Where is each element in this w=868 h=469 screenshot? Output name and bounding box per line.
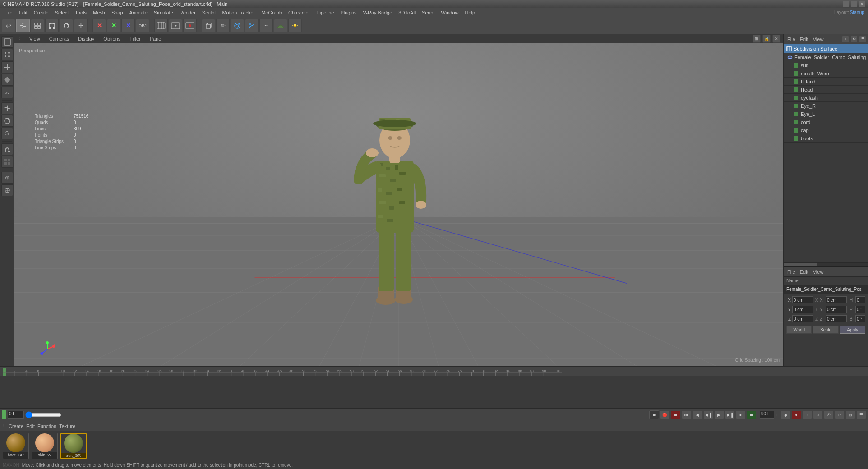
tool-cube[interactable] [202,19,215,32]
rp-list-btn[interactable]: ☰ [859,36,866,43]
mat-edit-menu[interactable]: Edit [26,423,35,429]
menu-character[interactable]: Character [286,9,313,16]
z-rotation-field[interactable]: 0 cm [826,315,847,322]
menu-3dtoall[interactable]: 3DToAll [396,9,418,16]
sidebar-axis[interactable]: ⊕ [1,172,13,184]
mat-create-menu[interactable]: Create [9,423,23,429]
y-size-field[interactable]: 0 ° [855,306,865,313]
obj-eye-r[interactable]: Eye_R [784,102,868,110]
menu-pipeline[interactable]: Pipeline [314,9,337,16]
viewport-menu-view[interactable]: View [28,36,42,42]
obj-mouth[interactable]: mouth_Worn [784,69,868,78]
tool-spline[interactable]: ~ [259,19,273,32]
apply-button[interactable]: Apply [840,326,865,334]
rp-edit-menu[interactable]: Edit [798,37,810,42]
tool-y-mode[interactable]: ✕ [107,19,120,32]
tool-x-mode[interactable]: ✕ [92,19,106,32]
menu-motion-tracker[interactable]: Motion Tracker [219,9,258,16]
menu-file[interactable]: File [2,9,15,16]
btn-stop-green[interactable]: ⏹ [747,410,757,419]
viewport-menu-display[interactable]: Display [76,36,96,42]
menu-mograph[interactable]: MoGraph [259,9,285,16]
menu-snap[interactable]: Snap [109,9,126,16]
tool-pen[interactable]: ✏ [216,19,230,32]
x-rotation-field[interactable]: 0 cm [826,296,847,303]
rp-expand-btn[interactable]: + [842,36,849,43]
rpb-view-menu[interactable]: View [811,269,826,275]
tool-z-mode[interactable]: ✕ [121,19,135,32]
x-position-field[interactable]: 0 cm [792,296,813,303]
menu-sculpt[interactable]: Sculpt [199,9,219,16]
tool-transform[interactable]: ✛ [74,19,88,32]
sidebar-select-tool[interactable]: S [1,128,13,139]
obj-boots[interactable]: boots [784,134,868,143]
sidebar-rotate-obj[interactable] [1,115,13,127]
body-list-btn[interactable]: ☰ [856,410,866,419]
mat-texture-menu[interactable]: Texture [59,423,75,429]
mat-function-menu[interactable]: Function [37,423,56,429]
restore-btn[interactable]: □ [851,1,857,7]
obj-lhand[interactable]: LHand [784,78,868,86]
material-skin[interactable]: skin_W [32,433,58,459]
tool-scale[interactable] [45,19,59,32]
rp-scrollbar-thumb[interactable] [784,263,817,266]
menu-mesh[interactable]: Mesh [90,9,108,16]
tool-light[interactable] [288,19,302,32]
menu-script[interactable]: Script [419,9,437,16]
rp-view-menu[interactable]: View [811,37,826,42]
viewport-menu-options[interactable]: Options [102,36,122,42]
tool-undo[interactable]: ↩ [2,19,15,32]
viewport-expand[interactable]: ⊞ [753,35,761,43]
viewport-menu-filter[interactable]: Filter [128,36,142,42]
object-tree[interactable]: Female_Soldier_Camo_Saluting_Po suit mou… [784,53,868,262]
viewport-menu-panel[interactable]: Panel [148,36,164,42]
tool-obj-mode[interactable]: OBJ [136,19,149,32]
close-btn[interactable]: ✕ [859,1,865,7]
end-frame-input[interactable]: 90 F [760,411,774,419]
viewport-close[interactable]: ✕ [772,35,780,43]
menu-animate[interactable]: Animate [127,9,150,16]
btn-play-fwd[interactable]: ▶ [714,410,724,419]
menu-select[interactable]: Select [52,9,72,16]
menu-edit[interactable]: Edit [16,9,30,16]
minimize-btn[interactable]: _ [843,1,849,7]
obj-cap[interactable]: cap [784,126,868,134]
viewport-menu-cameras[interactable]: Cameras [47,36,71,42]
motion-path-btn[interactable]: ☉ [824,410,834,419]
current-frame-input[interactable]: 0 F [8,411,24,419]
btn-go-end[interactable]: ⏭ [736,410,746,419]
sidebar-poly-group[interactable] [1,156,13,168]
btn-step-fwd[interactable]: ▶▐ [725,410,735,419]
btn-preview[interactable]: 🔴 [660,410,670,419]
btn-play-back[interactable]: ◀▐ [703,410,713,419]
tool-deformer[interactable] [245,19,259,32]
anim-settings-btn[interactable]: ? [802,410,812,419]
sidebar-polys-mode[interactable] [1,74,13,86]
obj-eye-l[interactable]: Eye_L [784,110,868,118]
tool-nurbs[interactable] [231,19,244,32]
btn-step-back[interactable]: ◀ [693,410,702,419]
obj-head[interactable]: Head [784,86,868,94]
sidebar-magnet[interactable] [1,143,13,155]
tool-anim1[interactable] [154,19,168,32]
timeline-slider[interactable] [25,413,61,417]
scale-button[interactable]: Scale [813,326,838,334]
body-p-btn[interactable]: P [835,410,845,419]
tool-anim3[interactable] [183,19,197,32]
tool-anim2[interactable] [169,19,182,32]
menu-window[interactable]: Window [438,9,461,16]
rp-file-menu[interactable]: File [785,37,797,42]
menu-plugins[interactable]: Plugins [337,9,359,16]
rp-scrollbar[interactable] [784,262,868,266]
y-position-field[interactable]: 0 cm [792,306,813,313]
menu-vray[interactable]: V-Ray Bridge [360,9,395,16]
sidebar-edges-mode[interactable] [1,61,13,73]
layout-value[interactable]: Startup [850,10,864,15]
viewport-3d[interactable]: Perspective Triangles 751516 Quads 0 Lin… [14,43,783,366]
record-auto-btn[interactable]: ● [791,410,801,419]
tool-rotate[interactable] [60,19,73,32]
tool-select[interactable] [31,19,44,32]
z-size-field[interactable]: 0 ° [855,315,865,322]
viewport-lock[interactable]: 🔒 [762,35,771,43]
rpb-edit-menu[interactable]: Edit [798,269,810,275]
